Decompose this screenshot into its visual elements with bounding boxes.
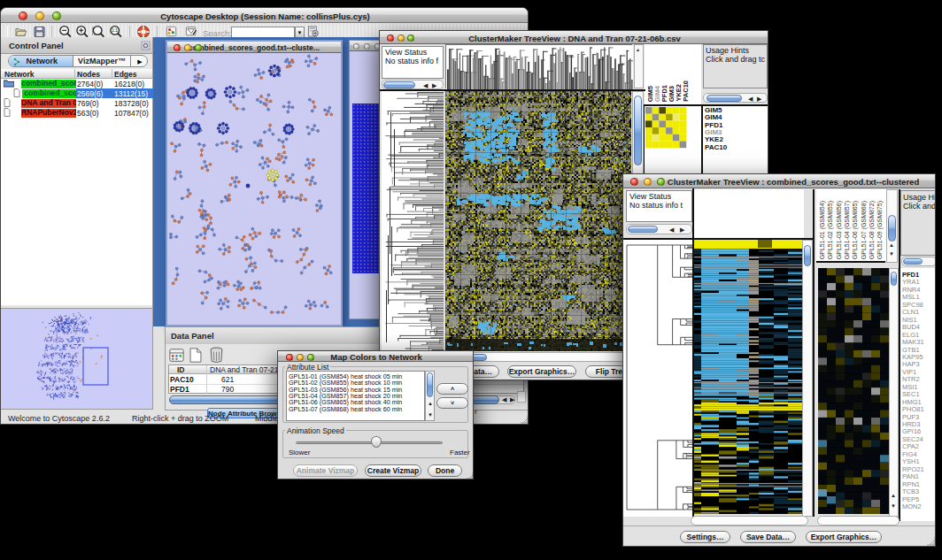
svg-text:1:1: 1:1 [112,28,118,33]
